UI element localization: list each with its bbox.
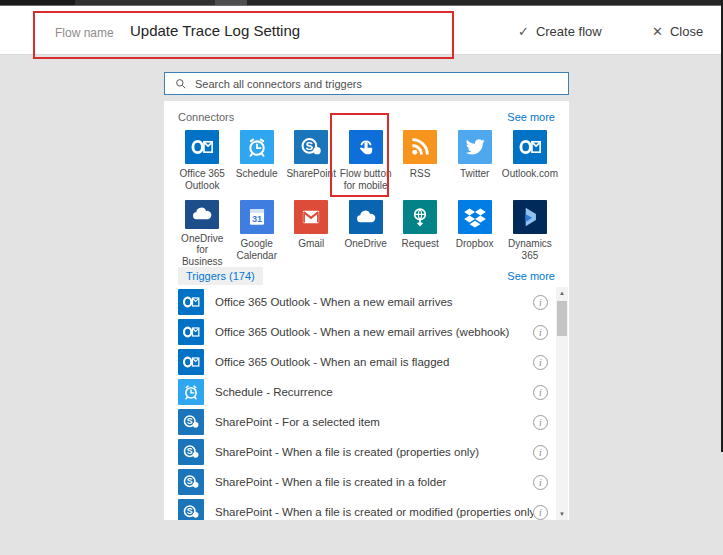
- connector-schedule[interactable]: Schedule: [229, 127, 283, 197]
- connector-rss[interactable]: RSS: [393, 127, 447, 197]
- trigger-list-scrollbar[interactable]: ▲ ▼: [556, 287, 568, 520]
- info-icon[interactable]: i: [533, 295, 548, 310]
- sharepoint-icon: S: [178, 409, 204, 435]
- office365-outlook-icon: [185, 130, 219, 164]
- info-icon[interactable]: i: [533, 505, 548, 520]
- connector-label: Flow buttonfor mobile: [340, 168, 392, 191]
- trigger-row[interactable]: Office 365 Outlook - When a new email ar…: [164, 287, 557, 317]
- create-flow-screen: Flow name Update Trace Log Setting ✓Crea…: [0, 0, 723, 555]
- search-input[interactable]: [195, 78, 562, 90]
- google-calendar-icon: 31: [240, 200, 274, 234]
- connector-label: Dynamics365: [508, 238, 552, 261]
- triggers-filter-chip[interactable]: Triggers (174): [178, 267, 263, 285]
- scrollbar-down-arrow[interactable]: ▼: [556, 508, 568, 520]
- info-icon[interactable]: i: [533, 325, 548, 340]
- connector-label: OneDrive forBusiness: [175, 233, 229, 268]
- search-icon: [174, 77, 188, 91]
- request-icon: [403, 200, 437, 234]
- trigger-label: SharePoint - When a file is created in a…: [215, 476, 533, 488]
- connector-sharepoint[interactable]: SSharePoint: [284, 127, 338, 197]
- onedrive-business-icon: [185, 200, 219, 229]
- connectors-section-title: Connectors: [178, 111, 234, 123]
- connector-twitter[interactable]: Twitter: [447, 127, 501, 197]
- connector-label: Request: [402, 238, 439, 250]
- connector-google-calendar[interactable]: 31GoogleCalendar: [229, 197, 283, 267]
- connector-outlook-com[interactable]: Outlook.com: [502, 127, 558, 197]
- svg-text:S: S: [187, 476, 193, 486]
- checkmark-icon: ✓: [518, 24, 529, 39]
- connector-label: GoogleCalendar: [236, 238, 277, 261]
- search-box[interactable]: [164, 72, 569, 95]
- twitter-icon: [458, 130, 492, 164]
- trigger-row[interactable]: Schedule - Recurrencei: [164, 377, 557, 407]
- info-icon[interactable]: i: [533, 355, 548, 370]
- close-button[interactable]: ✕Close: [652, 24, 703, 39]
- flow-name-input[interactable]: Update Trace Log Setting: [130, 22, 300, 39]
- sharepoint-icon: S: [178, 499, 204, 520]
- connector-label: Office 365Outlook: [180, 168, 225, 191]
- connector-onedrive-business[interactable]: OneDrive forBusiness: [175, 197, 229, 267]
- info-icon[interactable]: i: [533, 415, 548, 430]
- office365-outlook-icon: [178, 289, 204, 315]
- svg-text:S: S: [306, 140, 314, 152]
- trigger-label: Office 365 Outlook - When a new email ar…: [215, 326, 533, 338]
- scrollbar-thumb[interactable]: [557, 301, 567, 336]
- sharepoint-icon: S: [294, 130, 328, 164]
- office365-outlook-icon: [178, 319, 204, 345]
- triggers-see-more-link[interactable]: See more: [507, 270, 555, 282]
- connector-dropbox[interactable]: Dropbox: [447, 197, 501, 267]
- connector-dynamics-365[interactable]: Dynamics365: [502, 197, 558, 267]
- trigger-row[interactable]: SSharePoint - When a file is created (pr…: [164, 437, 557, 467]
- trigger-row[interactable]: SSharePoint - When a file is created or …: [164, 497, 557, 520]
- connector-office365-outlook[interactable]: Office 365Outlook: [175, 127, 229, 197]
- create-flow-label: Create flow: [536, 24, 602, 39]
- gmail-icon: [294, 200, 328, 234]
- flow-name-label: Flow name: [55, 26, 114, 40]
- connector-label: Gmail: [298, 238, 324, 250]
- trigger-label: Office 365 Outlook - When a new email ar…: [215, 296, 533, 308]
- svg-text:S: S: [187, 506, 193, 516]
- schedule-icon: [178, 379, 204, 405]
- sharepoint-icon: S: [178, 439, 204, 465]
- trigger-row[interactable]: Office 365 Outlook - When an email is fl…: [164, 347, 557, 377]
- close-label: Close: [670, 24, 703, 39]
- trigger-label: SharePoint - When a file is created or m…: [215, 506, 533, 518]
- close-icon: ✕: [652, 24, 663, 39]
- onedrive-icon: [349, 200, 383, 234]
- trigger-row[interactable]: SSharePoint - When a file is created in …: [164, 467, 557, 497]
- connector-request[interactable]: Request: [393, 197, 447, 267]
- schedule-icon: [240, 130, 274, 164]
- connector-gmail[interactable]: Gmail: [284, 197, 338, 267]
- connector-tile-grid: Office 365OutlookScheduleSSharePointFlow…: [175, 127, 558, 267]
- connector-label: Twitter: [460, 168, 489, 180]
- trigger-label: Office 365 Outlook - When an email is fl…: [215, 356, 533, 368]
- connector-flow-button[interactable]: Flow buttonfor mobile: [338, 127, 392, 197]
- dropbox-icon: [458, 200, 492, 234]
- connector-label: Outlook.com: [502, 168, 558, 180]
- connector-label: RSS: [410, 168, 431, 180]
- connector-label: SharePoint: [286, 168, 335, 180]
- trigger-label: SharePoint - For a selected item: [215, 416, 533, 428]
- connector-label: Schedule: [236, 168, 278, 180]
- flow-button-icon: [349, 130, 383, 164]
- flow-header-bar: Flow name Update Trace Log Setting ✓Crea…: [0, 6, 723, 55]
- connector-label: Dropbox: [456, 238, 494, 250]
- svg-text:31: 31: [252, 214, 262, 224]
- info-icon[interactable]: i: [533, 475, 548, 490]
- office365-outlook-icon: [178, 349, 204, 375]
- trigger-label: SharePoint - When a file is created (pro…: [215, 446, 533, 458]
- create-flow-button[interactable]: ✓Create flow: [518, 24, 602, 39]
- info-icon[interactable]: i: [533, 445, 548, 460]
- svg-text:S: S: [187, 446, 193, 456]
- connector-onedrive[interactable]: OneDrive: [338, 197, 392, 267]
- scrollbar-up-arrow[interactable]: ▲: [556, 287, 568, 299]
- connectors-triggers-panel: Connectors See more Office 365OutlookSch…: [164, 101, 569, 520]
- connectors-see-more-link[interactable]: See more: [507, 111, 555, 123]
- trigger-row[interactable]: Office 365 Outlook - When a new email ar…: [164, 317, 557, 347]
- trigger-row[interactable]: SSharePoint - For a selected itemi: [164, 407, 557, 437]
- trigger-list: Office 365 Outlook - When a new email ar…: [164, 287, 557, 520]
- dynamics-365-icon: [513, 200, 547, 234]
- trigger-label: Schedule - Recurrence: [215, 386, 533, 398]
- info-icon[interactable]: i: [533, 385, 548, 400]
- connector-label: OneDrive: [345, 238, 387, 250]
